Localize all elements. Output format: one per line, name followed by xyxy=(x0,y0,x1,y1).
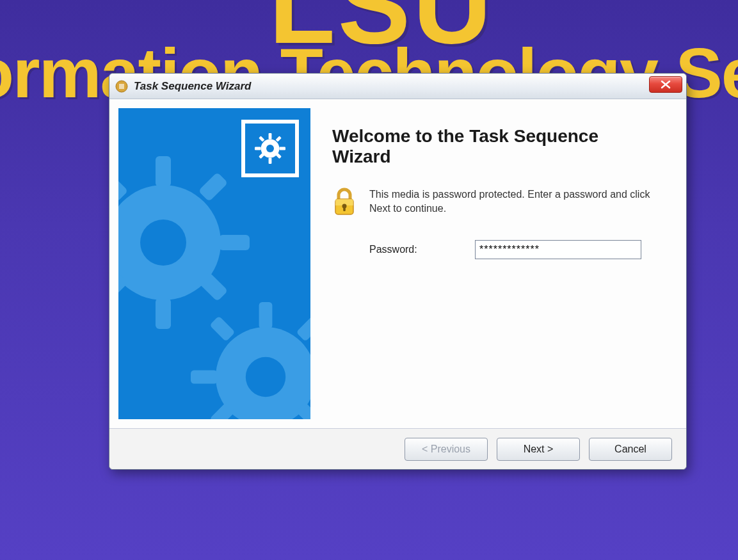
close-button[interactable] xyxy=(649,76,682,93)
svg-rect-23 xyxy=(269,133,272,140)
password-input[interactable] xyxy=(475,240,641,259)
task-sequence-wizard-window: Task Sequence Wizard xyxy=(109,73,687,470)
password-field-row: Password: xyxy=(369,240,655,259)
gear-graphic-small xyxy=(182,294,310,419)
svg-rect-35 xyxy=(343,207,346,211)
info-row: This media is password protected. Enter … xyxy=(332,188,655,218)
side-gear-badge xyxy=(241,120,299,177)
svg-point-21 xyxy=(246,357,285,397)
next-button[interactable]: Next > xyxy=(497,438,580,461)
svg-rect-19 xyxy=(296,316,310,341)
button-bar: < Previous Next > Cancel xyxy=(109,428,686,469)
svg-rect-13 xyxy=(259,302,273,329)
titlebar[interactable]: Task Sequence Wizard xyxy=(109,74,686,99)
svg-point-31 xyxy=(266,145,274,152)
svg-rect-1 xyxy=(119,84,124,89)
svg-rect-7 xyxy=(118,172,128,202)
info-text: This media is password protected. Enter … xyxy=(369,188,655,215)
svg-rect-24 xyxy=(269,157,272,164)
svg-rect-17 xyxy=(209,316,235,341)
svg-rect-6 xyxy=(219,235,250,250)
svg-rect-4 xyxy=(156,298,171,329)
side-graphic-panel xyxy=(118,108,310,419)
svg-rect-26 xyxy=(279,147,285,150)
cancel-button[interactable]: Cancel xyxy=(589,438,672,461)
window-title: Task Sequence Wizard xyxy=(134,80,251,93)
svg-rect-27 xyxy=(259,136,264,141)
wizard-icon xyxy=(115,79,129,93)
wizard-heading: Welcome to the Task Sequence Wizard xyxy=(332,126,655,167)
svg-rect-15 xyxy=(191,371,218,384)
previous-button: < Previous xyxy=(405,438,488,461)
desktop-background: LSU formation Technology Ser Task Sequen… xyxy=(0,0,738,560)
svg-point-11 xyxy=(140,220,186,266)
password-label: Password: xyxy=(369,244,469,255)
svg-rect-9 xyxy=(198,172,229,202)
wizard-body: Welcome to the Task Sequence Wizard This… xyxy=(109,99,686,428)
svg-rect-25 xyxy=(255,147,261,150)
svg-rect-3 xyxy=(156,156,171,187)
content-panel: Welcome to the Task Sequence Wizard This… xyxy=(310,108,677,419)
svg-rect-29 xyxy=(276,136,282,141)
lock-icon xyxy=(332,188,358,218)
